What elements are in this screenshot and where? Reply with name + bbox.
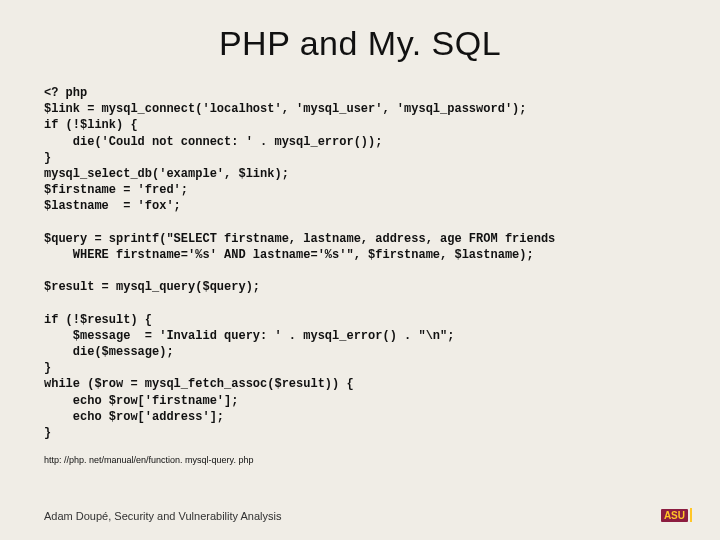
- slide-title: PHP and My. SQL: [44, 24, 676, 63]
- slide-container: PHP and My. SQL <? php $link = mysql_con…: [0, 0, 720, 540]
- code-block: <? php $link = mysql_connect('localhost'…: [44, 85, 676, 441]
- asu-logo-text: ASU: [661, 509, 688, 522]
- reference-url: http: //php. net/manual/en/function. mys…: [44, 455, 676, 465]
- footer-author: Adam Doupé, Security and Vulnerability A…: [44, 510, 281, 522]
- asu-logo: ASU: [661, 508, 692, 522]
- asu-logo-bar-icon: [690, 508, 692, 522]
